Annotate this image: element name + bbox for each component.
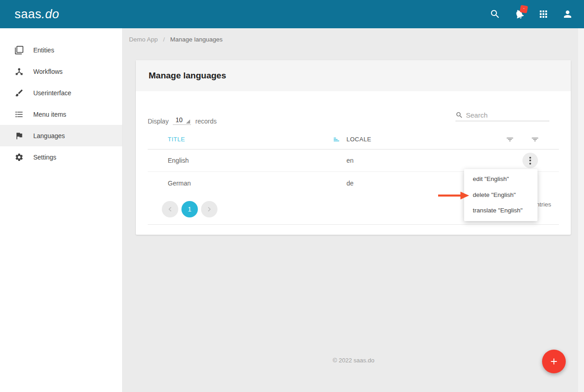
notification-badge: - <box>520 5 528 14</box>
search-box <box>455 111 549 121</box>
sidebar-item-label: Languages <box>33 132 65 139</box>
column-filter-icons <box>506 137 559 142</box>
page-title: Manage languages <box>149 71 226 81</box>
records-label: records <box>195 118 217 125</box>
gear-icon <box>15 153 24 162</box>
row-context-menu: edit "English" delete "English" translat… <box>464 169 537 221</box>
pagination-page-1-button[interactable]: 1 <box>181 201 198 217</box>
pagination-next-button[interactable] <box>201 201 217 217</box>
sidebar-item-menu-items[interactable]: Menu items <box>0 103 122 125</box>
search-icon <box>455 111 463 119</box>
annotation-arrow <box>437 191 470 200</box>
chevron-left-icon <box>165 205 175 214</box>
filter-icon[interactable] <box>532 137 538 142</box>
cell-title: German <box>148 180 346 187</box>
sidebar-item-label: Menu items <box>33 111 66 118</box>
layers-icon <box>15 46 24 55</box>
search-icon[interactable] <box>490 9 501 20</box>
sidebar-item-entities[interactable]: Entities <box>0 39 122 61</box>
cell-title: English <box>148 157 346 164</box>
topbar-icons: - <box>490 9 573 20</box>
add-language-fab[interactable] <box>542 350 566 373</box>
breadcrumb: Demo App / Manage languages <box>123 28 584 50</box>
pagination-prev-button[interactable] <box>162 201 178 217</box>
records-per-page-value: 10 <box>176 116 183 124</box>
sort-active-icon[interactable] <box>334 137 340 142</box>
display-label: Display <box>148 118 169 125</box>
sidebar-item-label: Workflows <box>33 68 62 75</box>
filter-icon[interactable] <box>506 137 513 142</box>
notifications-bell-icon[interactable]: - <box>514 9 525 20</box>
scrollbar-track[interactable] <box>578 28 584 392</box>
bulleted-list-icon <box>15 110 24 119</box>
records-per-page-select[interactable]: 10 <box>173 116 191 125</box>
table-row[interactable]: English en <box>148 150 559 172</box>
top-app-bar: saas.do - <box>0 0 584 28</box>
sidebar-item-languages[interactable]: Languages <box>0 125 122 146</box>
search-input[interactable] <box>466 111 543 119</box>
sidebar-item-label: Userinterface <box>33 89 71 97</box>
breadcrumb-current: Manage languages <box>170 36 222 43</box>
table-header-row: TITLE LOCALE <box>148 129 559 150</box>
breadcrumb-parent[interactable]: Demo App <box>129 36 158 43</box>
row-actions-menu-button[interactable] <box>522 153 538 168</box>
column-header-locale[interactable]: LOCALE <box>346 136 506 143</box>
sidebar-item-settings[interactable]: Settings <box>0 146 122 168</box>
sidebar-item-label: Settings <box>33 154 57 161</box>
flag-icon <box>15 131 24 140</box>
plus-icon <box>549 356 559 366</box>
footer-copyright: © 2022 saas.do <box>123 357 584 364</box>
menu-item-delete[interactable]: delete "English" <box>464 187 537 203</box>
column-header-title[interactable]: TITLE <box>168 136 185 143</box>
account-icon[interactable] <box>562 9 573 20</box>
card-divider <box>148 224 559 225</box>
card-header: Manage languages <box>136 60 571 91</box>
workflow-hub-icon <box>15 67 24 76</box>
menu-item-translate[interactable]: translate "English" <box>464 203 537 219</box>
apps-grid-icon[interactable] <box>538 9 549 20</box>
breadcrumb-separator: / <box>163 36 165 43</box>
menu-item-edit[interactable]: edit "English" <box>464 171 537 187</box>
sidebar: Entities Workflows Userinterface Menu it… <box>0 28 123 392</box>
brush-icon <box>15 88 24 98</box>
brand-logo[interactable]: saas.do <box>15 7 59 21</box>
sidebar-item-workflows[interactable]: Workflows <box>0 61 122 82</box>
dropdown-caret-icon <box>186 119 190 124</box>
app-page: saas.do - Entities Workflows <box>0 0 584 392</box>
brand-logo-prefix: saas <box>15 7 41 21</box>
cell-locale: en <box>346 157 522 164</box>
brand-logo-suffix: .do <box>41 7 59 21</box>
sidebar-item-label: Entities <box>33 46 54 54</box>
display-records-control: Display 10 records <box>148 109 217 125</box>
chevron-right-icon <box>205 205 214 214</box>
sidebar-item-userinterface[interactable]: Userinterface <box>0 82 122 103</box>
